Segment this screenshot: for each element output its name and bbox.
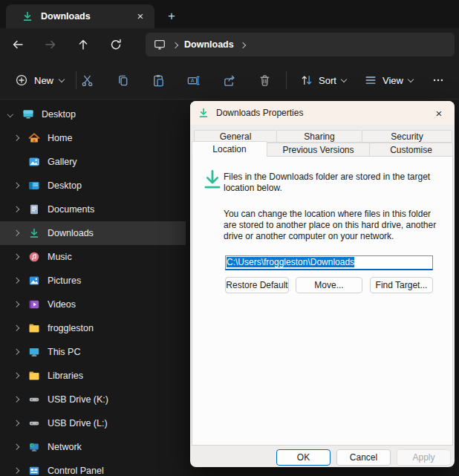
plus-circle-icon <box>15 74 28 87</box>
gallery-icon <box>28 156 40 168</box>
explorer-tab-downloads[interactable]: Downloads × <box>6 4 154 28</box>
delete-button[interactable] <box>250 67 279 94</box>
chevron-right-icon[interactable] <box>13 444 19 450</box>
new-button-label: New <box>34 75 53 86</box>
sidebar-item-gallery[interactable]: Gallery <box>0 150 186 174</box>
chevron-right-icon[interactable] <box>13 349 19 355</box>
navigation-bar: Downloads <box>0 28 459 61</box>
back-button[interactable] <box>4 31 31 58</box>
new-tab-button[interactable]: + <box>162 7 181 26</box>
breadcrumb-chevron-icon <box>172 42 178 48</box>
sidebar-item-pictures[interactable]: Pictures <box>0 269 186 293</box>
sidebar-item-home[interactable]: Home <box>0 126 186 150</box>
back-icon <box>11 38 25 51</box>
restore-default-button[interactable]: Restore Default <box>225 277 289 293</box>
download-icon <box>22 10 33 22</box>
chevron-down-icon <box>59 76 65 82</box>
view-icon <box>364 74 377 87</box>
sidebar-item-network[interactable]: Network <box>0 435 186 459</box>
refresh-icon <box>109 38 123 51</box>
documents-icon <box>28 203 40 215</box>
chevron-right-icon[interactable] <box>13 420 19 426</box>
sidebar-item-froggleston[interactable]: froggleston <box>0 316 186 340</box>
paste-icon <box>152 74 166 88</box>
location-intro-text: Files in the Downloads folder are stored… <box>224 172 433 194</box>
sort-button[interactable]: Sort <box>294 67 352 94</box>
sidebar-item-control-panel[interactable]: Control Panel <box>0 459 186 476</box>
desktop-monitor-icon <box>22 108 34 120</box>
pictures-icon <box>28 275 40 287</box>
chevron-right-icon[interactable] <box>13 230 19 236</box>
sort-icon <box>300 74 313 87</box>
move-button[interactable]: Move... <box>296 277 362 293</box>
chevron-right-icon[interactable] <box>13 135 19 141</box>
chevron-right-icon[interactable] <box>13 301 19 307</box>
command-toolbar: New A Sort View <box>0 61 459 100</box>
home-icon <box>28 132 40 144</box>
cut-button[interactable] <box>72 67 102 94</box>
chevron-right-icon[interactable] <box>13 278 19 284</box>
tab-customise[interactable]: Customise <box>369 143 453 157</box>
breadcrumb-downloads[interactable]: Downloads <box>184 39 234 50</box>
sidebar-item-usb-drive-l[interactable]: USB Drive (L:) <box>0 411 186 435</box>
rename-icon: A <box>186 74 201 88</box>
chevron-down-icon[interactable] <box>7 111 13 117</box>
sidebar-item-videos[interactable]: Videos <box>0 293 186 316</box>
location-path-input[interactable]: C:\Users\froggleston\Downloads <box>225 255 433 270</box>
sidebar-item-desktop-root[interactable]: Desktop <box>0 102 186 126</box>
dialog-titlebar: Downloads Properties × <box>190 101 455 125</box>
file-explorer-window: Downloads × + Downloads New <box>0 0 459 476</box>
forward-button[interactable] <box>37 31 64 58</box>
sort-button-label: Sort <box>319 75 336 86</box>
dialog-tab-control: General Sharing Security Location Previo… <box>192 130 453 157</box>
chevron-right-icon[interactable] <box>13 468 19 474</box>
chevron-right-icon[interactable] <box>13 397 19 402</box>
chevron-right-icon[interactable] <box>13 373 19 379</box>
sidebar-item-documents[interactable]: Documents <box>0 198 186 221</box>
tab-title: Downloads <box>41 11 91 22</box>
dialog-close-button[interactable]: × <box>429 105 449 122</box>
sidebar-item-this-pc[interactable]: This PC <box>0 340 186 364</box>
new-button[interactable]: New <box>7 67 71 94</box>
view-button[interactable]: View <box>358 67 419 94</box>
download-icon <box>201 169 224 191</box>
chevron-right-icon[interactable] <box>13 183 19 189</box>
sidebar-item-downloads[interactable]: Downloads <box>0 221 186 245</box>
chevron-right-icon[interactable] <box>13 254 19 260</box>
breadcrumb-chevron-icon <box>239 42 245 48</box>
videos-icon <box>28 299 40 310</box>
copy-icon <box>116 74 130 88</box>
trash-icon <box>258 74 272 88</box>
tab-security[interactable]: Security <box>362 130 452 143</box>
address-bar[interactable]: Downloads <box>146 33 455 56</box>
sidebar-item-usb-drive-k[interactable]: USB Drive (K:) <box>0 388 186 411</box>
network-icon <box>28 441 40 453</box>
share-button[interactable] <box>214 67 244 94</box>
cancel-button[interactable]: Cancel <box>336 449 391 466</box>
chevron-right-icon[interactable] <box>13 325 19 331</box>
find-target-button[interactable]: Find Target... <box>370 277 433 293</box>
usb-drive-icon <box>28 394 40 405</box>
view-button-label: View <box>382 75 403 86</box>
navigation-pane: Desktop Home Gallery Desktop Documents D… <box>0 102 186 476</box>
tab-location[interactable]: Location <box>192 141 267 157</box>
usb-drive-icon <box>28 417 40 429</box>
chevron-right-icon[interactable] <box>13 206 19 212</box>
location-description-text: You can change the location where files … <box>224 209 439 242</box>
svg-text:A: A <box>190 77 194 83</box>
copy-button[interactable] <box>108 67 137 94</box>
tab-sharing[interactable]: Sharing <box>276 130 362 143</box>
ok-button[interactable]: OK <box>276 449 331 466</box>
up-button[interactable] <box>70 31 97 58</box>
paste-button[interactable] <box>143 67 173 94</box>
refresh-button[interactable] <box>102 31 129 58</box>
tab-previous-versions[interactable]: Previous Versions <box>267 143 370 157</box>
rename-button[interactable]: A <box>178 67 208 94</box>
apply-button[interactable]: Apply <box>397 449 451 466</box>
sidebar-item-libraries[interactable]: Libraries <box>0 364 186 388</box>
see-more-button[interactable] <box>423 67 453 94</box>
sidebar-item-music[interactable]: Music <box>0 245 186 269</box>
tab-close-button[interactable]: × <box>132 8 149 25</box>
sidebar-item-desktop[interactable]: Desktop <box>0 174 186 198</box>
selected-path-text: C:\Users\froggleston\Downloads <box>227 257 354 267</box>
